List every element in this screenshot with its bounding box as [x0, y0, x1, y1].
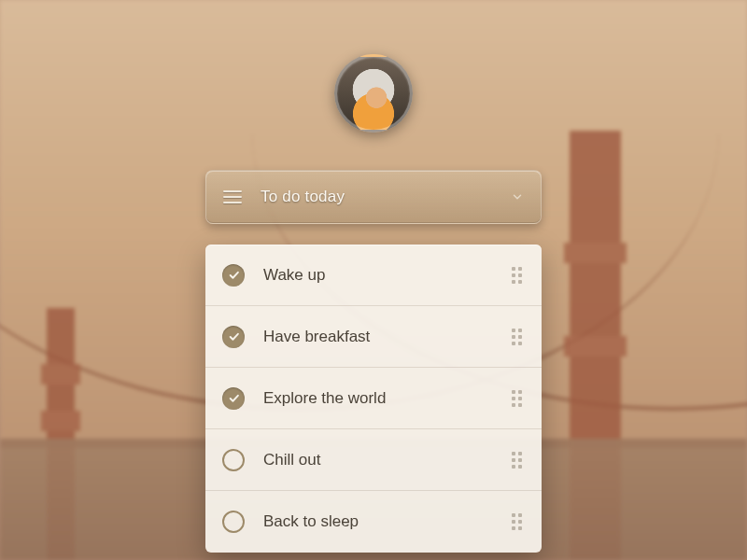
checkmark-icon	[228, 392, 240, 404]
task-row[interactable]: Explore the world	[205, 368, 542, 429]
task-label: Back to sleep	[263, 512, 512, 531]
checkmark-icon	[228, 330, 240, 343]
drag-handle-icon[interactable]	[512, 267, 523, 284]
task-row[interactable]: Wake up	[205, 245, 542, 306]
hamburger-icon	[223, 190, 242, 203]
task-row[interactable]: Back to sleep	[205, 491, 542, 553]
task-checkbox-unchecked[interactable]	[222, 511, 245, 533]
task-checkbox-checked[interactable]	[222, 326, 245, 348]
task-label: Chill out	[263, 451, 512, 469]
list-selector-dropdown[interactable]: To do today	[205, 170, 542, 224]
task-row[interactable]: Have breakfast	[205, 306, 542, 368]
chevron-down-icon	[511, 190, 524, 203]
task-checkbox-checked[interactable]	[222, 387, 245, 410]
task-label: Explore the world	[263, 389, 512, 408]
checkmark-icon	[228, 269, 240, 281]
avatar[interactable]	[334, 54, 413, 133]
drag-handle-icon[interactable]	[512, 513, 523, 530]
drag-handle-icon[interactable]	[512, 329, 523, 345]
task-checkbox-unchecked[interactable]	[222, 449, 245, 471]
task-row[interactable]: Chill out	[205, 429, 542, 491]
task-label: Wake up	[263, 266, 512, 285]
task-label: Have breakfast	[263, 328, 512, 346]
drag-handle-icon[interactable]	[512, 452, 523, 469]
task-checkbox-checked[interactable]	[222, 264, 245, 287]
task-list: Wake upHave breakfastExplore the worldCh…	[205, 245, 542, 553]
list-title: To do today	[261, 188, 345, 206]
drag-handle-icon[interactable]	[512, 390, 523, 407]
